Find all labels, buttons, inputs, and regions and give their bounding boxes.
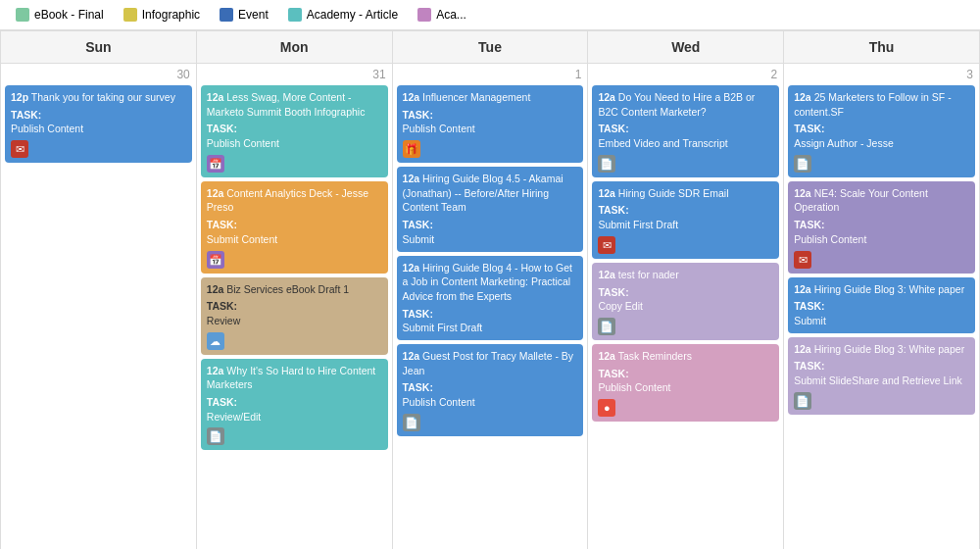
event-time: 12a — [598, 350, 615, 362]
list-item[interactable]: 12a Hiring Guide Blog 3: White paper TAS… — [788, 277, 975, 333]
task-label: TASK: — [598, 122, 773, 136]
list-item[interactable]: 12a test for nader TASK: Copy Edit 📄 — [592, 263, 779, 340]
calendar-grid: Sun Mon Tue Wed Thu 30 12p Thank you for… — [0, 30, 980, 549]
task-label: TASK: — [794, 122, 969, 136]
task-value: Publish Content — [403, 395, 578, 410]
list-item[interactable]: 12a Task Reminders TASK: Publish Content… — [592, 344, 779, 422]
day-cell-wed: 2 12a Do You Need to Hire a B2B or B2C C… — [588, 64, 784, 549]
mail-icon: ✉ — [794, 251, 811, 269]
legend-item-infographic: Infographic — [123, 8, 200, 22]
legend-color-infographic — [123, 8, 137, 22]
task-label: TASK: — [207, 218, 382, 232]
list-item[interactable]: 12a Hiring Guide Blog 4 - How to Get a J… — [397, 256, 584, 340]
list-item[interactable]: 12a Biz Services eBook Draft 1 TASK: Rev… — [201, 277, 388, 355]
task-label: TASK: — [403, 380, 578, 395]
task-value: Publish Content — [598, 380, 773, 395]
event-title: Thank you for taking our survey — [31, 91, 175, 103]
header-thu: Thu — [784, 31, 980, 64]
list-item[interactable]: 12a Less Swag, More Content - Marketo Su… — [201, 85, 388, 177]
day-number-thu: 3 — [788, 68, 975, 81]
event-time: 12a — [207, 187, 224, 199]
day-number-sun: 30 — [5, 68, 192, 81]
list-item[interactable]: 12a NE4: Scale Your Content Operation TA… — [788, 181, 975, 274]
legend: eBook - Final Infographic Event Academy … — [0, 0, 980, 30]
task-label: TASK: — [207, 299, 382, 314]
event-time: 12a — [403, 91, 420, 103]
event-time: 12p — [11, 91, 28, 103]
list-item[interactable]: 12a Content Analytics Deck - Jesse Preso… — [201, 181, 388, 274]
doc-icon: 📄 — [598, 318, 615, 335]
task-value: Publish Content — [403, 122, 578, 136]
list-item[interactable]: 12a Do You Need to Hire a B2B or B2C Con… — [592, 85, 779, 177]
task-value: Submit — [794, 314, 969, 328]
event-title: 25 Marketers to Follow in SF - content.S… — [794, 91, 952, 118]
task-label: TASK: — [794, 218, 969, 232]
circle-icon: ● — [598, 399, 615, 417]
list-item[interactable]: 12a 25 Marketers to Follow in SF - conte… — [788, 85, 975, 177]
task-label: TASK: — [207, 122, 382, 136]
legend-label-event: Event — [238, 8, 269, 22]
list-item[interactable]: 12p Thank you for taking our survey TASK… — [5, 85, 192, 163]
event-title: Do You Need to Hire a B2B or B2C Content… — [598, 91, 755, 118]
list-item[interactable]: 12a Hiring Guide Blog 3: White paper TAS… — [788, 337, 975, 415]
day-cell-sun: 30 12p Thank you for taking our survey T… — [1, 64, 197, 549]
list-item[interactable]: 12a Guest Post for Tracy Mallete - By Je… — [397, 344, 584, 436]
day-number-mon: 31 — [201, 68, 388, 81]
event-title: NE4: Scale Your Content Operation — [794, 187, 928, 214]
day-number-tue: 1 — [397, 68, 584, 81]
event-time: 12a — [794, 283, 811, 295]
mail-icon: ✉ — [11, 140, 28, 158]
calendar-icon: 📅 — [207, 251, 224, 269]
mail-icon: ✉ — [598, 236, 615, 254]
event-title: test for nader — [618, 269, 679, 280]
header-mon: Mon — [197, 31, 393, 64]
event-title: Hiring Guide SDR Email — [618, 187, 729, 199]
task-value: Submit Content — [207, 232, 382, 247]
doc-icon: 📄 — [403, 414, 420, 431]
task-value: Copy Edit — [598, 299, 773, 314]
legend-label-infographic: Infographic — [142, 8, 200, 22]
legend-color-ebook — [16, 8, 29, 22]
task-label: TASK: — [207, 395, 382, 410]
legend-item-event: Event — [220, 8, 269, 22]
task-label: TASK: — [11, 108, 186, 123]
legend-color-event — [220, 8, 233, 22]
task-value: Submit First Draft — [403, 321, 578, 335]
event-title: Hiring Guide Blog 4 - How to Get a Job i… — [403, 262, 572, 302]
event-title: Less Swag, More Content - Marketo Summit… — [207, 91, 366, 118]
list-item[interactable]: 12a Why It's So Hard to Hire Content Mar… — [201, 359, 388, 451]
task-label: TASK: — [598, 203, 773, 218]
task-value: Submit SlideShare and Retrieve Link — [794, 374, 969, 388]
task-value: Embed Video and Transcript — [598, 136, 773, 151]
list-item[interactable]: 12a Hiring Guide SDR Email TASK: Submit … — [592, 181, 779, 259]
task-label: TASK: — [403, 218, 578, 232]
task-value: Submit — [403, 232, 578, 247]
legend-label-academy: Academy - Article — [307, 8, 398, 22]
day-cell-thu: 3 12a 25 Marketers to Follow in SF - con… — [784, 64, 980, 549]
task-value: Publish Content — [794, 232, 969, 247]
day-number-wed: 2 — [592, 68, 779, 81]
doc-icon: 📄 — [598, 155, 615, 173]
event-title: Biz Services eBook Draft 1 — [226, 283, 349, 295]
list-item[interactable]: 12a Influencer Management TASK: Publish … — [397, 85, 584, 163]
event-title: Hiring Guide Blog 3: White paper — [814, 283, 965, 295]
day-cell-mon: 31 12a Less Swag, More Content - Marketo… — [197, 64, 393, 549]
legend-label-ebook: eBook - Final — [34, 8, 104, 22]
doc-icon: 📄 — [794, 392, 811, 410]
event-time: 12a — [207, 91, 224, 103]
list-item[interactable]: 12a Hiring Guide Blog 4.5 - Akamai (Jona… — [397, 167, 584, 251]
event-time: 12a — [794, 91, 811, 103]
header-tue: Tue — [393, 31, 589, 64]
calendar-icon: 📅 — [207, 155, 224, 173]
task-label: TASK: — [598, 285, 773, 300]
legend-color-academy — [288, 8, 302, 22]
task-value: Submit First Draft — [598, 218, 773, 232]
legend-label-aca: Aca... — [436, 8, 466, 22]
event-time: 12a — [403, 350, 420, 362]
event-time: 12a — [598, 187, 615, 199]
event-title: Hiring Guide Blog 4.5 - Akamai (Jonathan… — [403, 173, 564, 213]
event-time: 12a — [598, 91, 615, 103]
event-title: Guest Post for Tracy Mallete - By Jean — [403, 350, 574, 376]
doc-icon: 📄 — [207, 427, 224, 445]
task-label: TASK: — [403, 307, 578, 322]
